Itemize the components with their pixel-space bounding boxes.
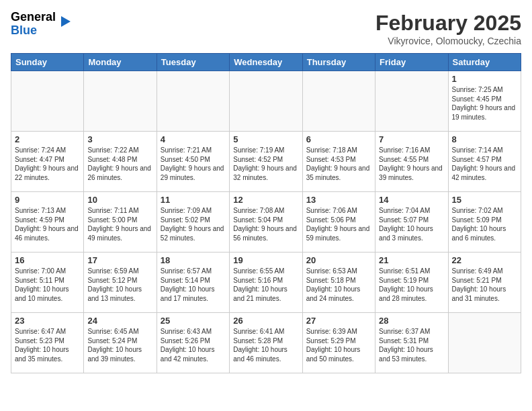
month-title: February 2025 — [375, 11, 521, 36]
day-number: 3 — [87, 134, 152, 144]
day-number: 24 — [87, 316, 152, 326]
day-cell: 10Sunrise: 7:11 AM Sunset: 5:00 PM Dayli… — [84, 192, 157, 253]
day-cell: 12Sunrise: 7:08 AM Sunset: 5:04 PM Dayli… — [230, 192, 302, 253]
day-info: Sunrise: 6:53 AM Sunset: 5:18 PM Dayligh… — [306, 267, 371, 303]
day-cell — [157, 71, 229, 132]
day-cell: 3Sunrise: 7:22 AM Sunset: 4:48 PM Daylig… — [84, 132, 157, 192]
day-cell: 7Sunrise: 7:16 AM Sunset: 4:55 PM Daylig… — [375, 132, 448, 192]
svg-marker-0 — [61, 16, 71, 27]
day-cell: 11Sunrise: 7:09 AM Sunset: 5:02 PM Dayli… — [157, 192, 229, 253]
day-cell — [448, 313, 521, 373]
day-cell — [230, 71, 302, 132]
day-info: Sunrise: 7:11 AM Sunset: 5:00 PM Dayligh… — [87, 206, 152, 242]
day-cell: 6Sunrise: 7:18 AM Sunset: 4:53 PM Daylig… — [302, 132, 375, 192]
day-info: Sunrise: 6:45 AM Sunset: 5:24 PM Dayligh… — [87, 327, 152, 363]
day-number: 18 — [161, 255, 226, 265]
day-info: Sunrise: 7:14 AM Sunset: 4:57 PM Dayligh… — [452, 146, 517, 182]
day-cell: 14Sunrise: 7:04 AM Sunset: 5:07 PM Dayli… — [375, 192, 448, 253]
day-info: Sunrise: 6:41 AM Sunset: 5:28 PM Dayligh… — [233, 327, 298, 363]
day-number: 10 — [87, 195, 152, 205]
weekday-header-thursday: Thursday — [302, 54, 375, 71]
day-info: Sunrise: 6:59 AM Sunset: 5:12 PM Dayligh… — [87, 267, 152, 303]
day-number: 25 — [161, 316, 226, 326]
day-info: Sunrise: 7:09 AM Sunset: 5:02 PM Dayligh… — [161, 206, 226, 242]
day-number: 12 — [233, 195, 298, 205]
logo: General Blue — [11, 11, 72, 38]
week-row-1: 1Sunrise: 7:25 AM Sunset: 4:45 PM Daylig… — [11, 71, 521, 132]
weekday-header-sunday: Sunday — [11, 54, 84, 71]
week-row-5: 23Sunrise: 6:47 AM Sunset: 5:23 PM Dayli… — [11, 313, 521, 373]
day-cell: 15Sunrise: 7:02 AM Sunset: 5:09 PM Dayli… — [448, 192, 521, 253]
day-info: Sunrise: 7:21 AM Sunset: 4:50 PM Dayligh… — [161, 146, 226, 182]
weekday-header-tuesday: Tuesday — [157, 54, 229, 71]
day-number: 8 — [452, 134, 517, 144]
weekday-header-friday: Friday — [375, 54, 448, 71]
day-info: Sunrise: 7:02 AM Sunset: 5:09 PM Dayligh… — [452, 206, 517, 242]
week-row-2: 2Sunrise: 7:24 AM Sunset: 4:47 PM Daylig… — [11, 132, 521, 192]
weekday-header-row: SundayMondayTuesdayWednesdayThursdayFrid… — [11, 54, 521, 71]
day-info: Sunrise: 6:47 AM Sunset: 5:23 PM Dayligh… — [15, 327, 80, 363]
day-cell: 22Sunrise: 6:49 AM Sunset: 5:21 PM Dayli… — [448, 253, 521, 313]
weekday-header-monday: Monday — [84, 54, 157, 71]
day-info: Sunrise: 7:04 AM Sunset: 5:07 PM Dayligh… — [379, 206, 444, 242]
day-number: 19 — [233, 255, 298, 265]
day-cell — [11, 71, 84, 132]
day-info: Sunrise: 7:13 AM Sunset: 4:59 PM Dayligh… — [15, 206, 80, 242]
day-number: 7 — [379, 134, 444, 144]
day-cell — [302, 71, 375, 132]
weekday-header-wednesday: Wednesday — [230, 54, 302, 71]
day-info: Sunrise: 7:00 AM Sunset: 5:11 PM Dayligh… — [15, 267, 80, 303]
day-cell: 21Sunrise: 6:51 AM Sunset: 5:19 PM Dayli… — [375, 253, 448, 313]
day-number: 13 — [306, 195, 371, 205]
day-cell: 5Sunrise: 7:19 AM Sunset: 4:52 PM Daylig… — [230, 132, 302, 192]
day-info: Sunrise: 6:37 AM Sunset: 5:31 PM Dayligh… — [379, 327, 444, 363]
day-number: 28 — [379, 316, 444, 326]
logo-icon — [58, 15, 72, 31]
day-cell: 13Sunrise: 7:06 AM Sunset: 5:06 PM Dayli… — [302, 192, 375, 253]
calendar-table: SundayMondayTuesdayWednesdayThursdayFrid… — [11, 53, 521, 373]
day-number: 15 — [452, 195, 517, 205]
logo-blue: Blue — [11, 24, 56, 38]
day-cell: 18Sunrise: 6:57 AM Sunset: 5:14 PM Dayli… — [157, 253, 229, 313]
week-row-4: 16Sunrise: 7:00 AM Sunset: 5:11 PM Dayli… — [11, 253, 521, 313]
day-cell: 9Sunrise: 7:13 AM Sunset: 4:59 PM Daylig… — [11, 192, 84, 253]
logo-text: General Blue — [11, 11, 56, 38]
day-number: 2 — [15, 134, 80, 144]
day-info: Sunrise: 6:55 AM Sunset: 5:16 PM Dayligh… — [233, 267, 298, 303]
day-info: Sunrise: 7:19 AM Sunset: 4:52 PM Dayligh… — [233, 146, 298, 182]
day-cell: 17Sunrise: 6:59 AM Sunset: 5:12 PM Dayli… — [84, 253, 157, 313]
day-number: 4 — [161, 134, 226, 144]
day-number: 21 — [379, 255, 444, 265]
day-info: Sunrise: 6:51 AM Sunset: 5:19 PM Dayligh… — [379, 267, 444, 303]
day-cell: 23Sunrise: 6:47 AM Sunset: 5:23 PM Dayli… — [11, 313, 84, 373]
day-number: 22 — [452, 255, 517, 265]
day-number: 23 — [15, 316, 80, 326]
day-cell — [375, 71, 448, 132]
weekday-header-saturday: Saturday — [448, 54, 521, 71]
day-cell: 4Sunrise: 7:21 AM Sunset: 4:50 PM Daylig… — [157, 132, 229, 192]
page-header: General Blue February 2025 Vikyrovice, O… — [11, 11, 521, 46]
day-number: 6 — [306, 134, 371, 144]
day-cell: 26Sunrise: 6:41 AM Sunset: 5:28 PM Dayli… — [230, 313, 302, 373]
day-info: Sunrise: 7:06 AM Sunset: 5:06 PM Dayligh… — [306, 206, 371, 242]
day-info: Sunrise: 6:39 AM Sunset: 5:29 PM Dayligh… — [306, 327, 371, 363]
day-number: 20 — [306, 255, 371, 265]
day-cell: 16Sunrise: 7:00 AM Sunset: 5:11 PM Dayli… — [11, 253, 84, 313]
day-number: 27 — [306, 316, 371, 326]
day-info: Sunrise: 7:25 AM Sunset: 4:45 PM Dayligh… — [452, 85, 517, 122]
week-row-3: 9Sunrise: 7:13 AM Sunset: 4:59 PM Daylig… — [11, 192, 521, 253]
day-cell: 8Sunrise: 7:14 AM Sunset: 4:57 PM Daylig… — [448, 132, 521, 192]
day-number: 16 — [15, 255, 80, 265]
day-number: 26 — [233, 316, 298, 326]
day-cell: 27Sunrise: 6:39 AM Sunset: 5:29 PM Dayli… — [302, 313, 375, 373]
title-block: February 2025 Vikyrovice, Olomoucky, Cze… — [375, 11, 521, 46]
day-info: Sunrise: 6:43 AM Sunset: 5:26 PM Dayligh… — [161, 327, 226, 363]
day-cell: 1Sunrise: 7:25 AM Sunset: 4:45 PM Daylig… — [448, 71, 521, 132]
day-info: Sunrise: 7:16 AM Sunset: 4:55 PM Dayligh… — [379, 146, 444, 182]
day-cell: 19Sunrise: 6:55 AM Sunset: 5:16 PM Dayli… — [230, 253, 302, 313]
day-cell: 28Sunrise: 6:37 AM Sunset: 5:31 PM Dayli… — [375, 313, 448, 373]
day-info: Sunrise: 7:24 AM Sunset: 4:47 PM Dayligh… — [15, 146, 80, 182]
day-info: Sunrise: 6:57 AM Sunset: 5:14 PM Dayligh… — [161, 267, 226, 303]
day-cell: 25Sunrise: 6:43 AM Sunset: 5:26 PM Dayli… — [157, 313, 229, 373]
day-number: 11 — [161, 195, 226, 205]
